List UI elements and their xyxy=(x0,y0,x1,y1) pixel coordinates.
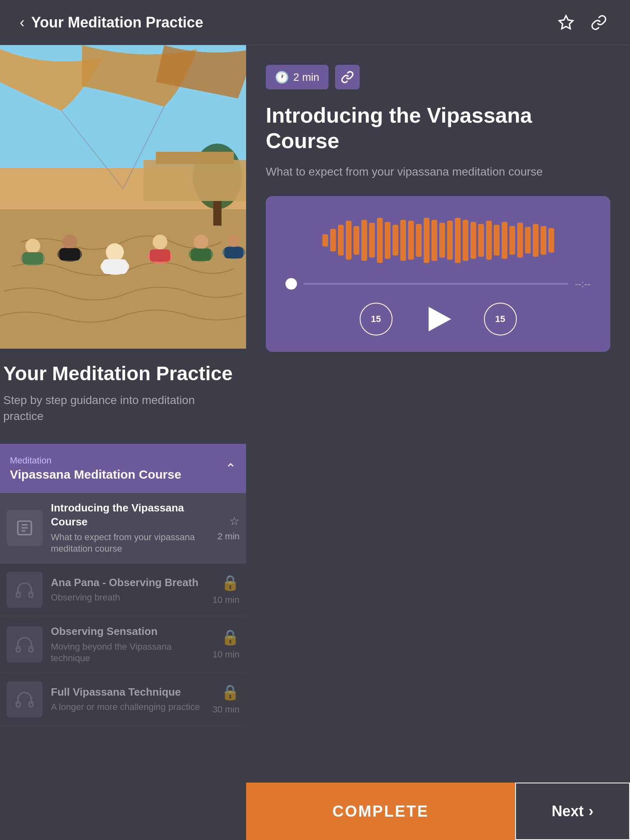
svg-rect-21 xyxy=(191,249,211,261)
header-title: Your Meditation Practice xyxy=(31,14,203,31)
lesson-meta: 🔒 10 min xyxy=(212,629,240,660)
lesson-favorite-icon[interactable]: ☆ xyxy=(229,514,240,528)
waveform-bar xyxy=(455,218,461,263)
lesson-thumbnail xyxy=(7,681,43,717)
forward-button[interactable]: 15 xyxy=(484,303,517,336)
lesson-title: Introducing the Vipassana Course xyxy=(51,501,209,529)
play-icon xyxy=(429,307,451,331)
waveform-bar xyxy=(517,223,523,258)
bottom-bar: COMPLETE Next › xyxy=(246,783,630,840)
complete-button[interactable]: COMPLETE xyxy=(246,783,515,840)
svg-marker-4 xyxy=(0,209,246,349)
clock-icon: 🕐 xyxy=(275,71,289,84)
waveform-bar xyxy=(400,220,406,261)
progress-dot[interactable] xyxy=(285,278,297,290)
lesson-subtitle: A longer or more challenging practice xyxy=(51,701,204,713)
headphones-icon xyxy=(16,635,34,653)
badges-row: 🕐 2 min xyxy=(266,65,610,89)
waveform-bar xyxy=(385,222,390,259)
header-left: ‹ Your Meditation Practice xyxy=(20,14,203,31)
waveform-bar xyxy=(431,220,437,261)
link-badge[interactable] xyxy=(335,65,360,89)
lesson-duration: 10 min xyxy=(212,649,240,660)
waveform-bar xyxy=(502,222,507,259)
svg-point-20 xyxy=(194,235,208,249)
section-header[interactable]: Meditation Vipassana Meditation Course ⌃ xyxy=(0,444,246,493)
svg-rect-24 xyxy=(224,247,243,258)
lock-icon: 🔒 xyxy=(221,574,240,591)
progress-bar[interactable] xyxy=(304,283,568,285)
lesson-info: Ana Pana - Observing Breath Observing br… xyxy=(51,576,204,604)
main-content: Your Meditation Practice Step by step gu… xyxy=(0,45,630,783)
book-icon xyxy=(16,519,34,537)
waveform-bar xyxy=(447,221,453,260)
next-label: Next xyxy=(552,803,584,820)
svg-rect-18 xyxy=(150,249,170,262)
rewind-button[interactable]: 15 xyxy=(360,303,393,336)
left-panel: Your Meditation Practice Step by step gu… xyxy=(0,45,246,783)
course-image xyxy=(0,45,246,349)
detail-title: Introducing the Vipassana Course xyxy=(266,103,610,154)
headphones-icon xyxy=(16,690,34,708)
forward-label: 15 xyxy=(495,314,505,324)
waveform-bar xyxy=(478,224,484,257)
waveform-bar xyxy=(533,224,539,257)
svg-rect-26 xyxy=(213,201,221,226)
time-badge: 🕐 2 min xyxy=(266,65,329,89)
svg-point-14 xyxy=(106,243,124,261)
waveform xyxy=(285,216,591,265)
back-button[interactable]: ‹ xyxy=(20,14,25,31)
waveform-bar xyxy=(463,220,468,261)
lesson-title: Full Vipassana Technique xyxy=(51,685,204,699)
lesson-title: Ana Pana - Observing Breath xyxy=(51,576,204,590)
section-header-text: Meditation Vipassana Meditation Course xyxy=(10,455,181,482)
rewind-icon xyxy=(368,311,384,327)
waveform-bar xyxy=(486,221,492,260)
lesson-title: Observing Sensation xyxy=(51,625,204,639)
svg-rect-12 xyxy=(59,248,80,260)
lesson-thumbnail xyxy=(7,510,43,546)
svg-point-23 xyxy=(227,234,240,247)
waveform-bar xyxy=(322,234,328,247)
lesson-subtitle: Observing breath xyxy=(51,592,204,604)
lock-icon: 🔒 xyxy=(221,629,240,646)
lock-icon: 🔒 xyxy=(221,684,240,701)
header-right xyxy=(555,11,610,34)
lesson-duration: 2 min xyxy=(217,531,240,542)
star-button[interactable] xyxy=(555,11,578,34)
waveform-bar xyxy=(377,218,383,263)
waveform-bar xyxy=(330,229,336,251)
svg-rect-27 xyxy=(144,160,246,201)
link-icon xyxy=(591,14,607,31)
svg-point-17 xyxy=(153,235,167,249)
course-info: Your Meditation Practice Step by step gu… xyxy=(0,349,246,434)
lesson-item[interactable]: Introducing the Vipassana Course What to… xyxy=(0,493,246,564)
waveform-bar xyxy=(541,226,546,255)
waveform-bar xyxy=(393,225,398,256)
star-icon xyxy=(558,14,574,31)
lesson-subtitle: What to expect from your vipassana medit… xyxy=(51,532,209,555)
player-controls: 15 15 xyxy=(285,303,591,336)
course-image-svg xyxy=(0,45,246,349)
detail-desc: What to expect from your vipassana medit… xyxy=(266,164,610,180)
next-arrow-icon: › xyxy=(589,803,593,820)
section-title: Vipassana Meditation Course xyxy=(10,468,181,482)
svg-rect-9 xyxy=(23,252,43,265)
svg-rect-15 xyxy=(103,259,127,274)
progress-time: --:-- xyxy=(575,278,591,290)
section-chevron-icon: ⌃ xyxy=(225,461,236,476)
lesson-list: Introducing the Vipassana Course What to… xyxy=(0,493,246,783)
next-button[interactable]: Next › xyxy=(515,783,630,840)
link-button[interactable] xyxy=(587,11,610,34)
play-button[interactable] xyxy=(425,307,451,331)
waveform-bar xyxy=(470,222,476,259)
lesson-thumbnail xyxy=(7,626,43,662)
audio-player: --:-- 15 15 xyxy=(266,196,610,352)
lesson-item: Full Vipassana Technique A longer or mor… xyxy=(0,673,246,726)
lesson-meta: 🔒 30 min xyxy=(212,684,240,715)
headphones-icon xyxy=(16,581,34,599)
progress-row[interactable]: --:-- xyxy=(285,278,591,290)
lesson-duration: 10 min xyxy=(212,595,240,605)
lesson-duration: 30 min xyxy=(212,704,240,715)
waveform-bar xyxy=(361,220,367,261)
